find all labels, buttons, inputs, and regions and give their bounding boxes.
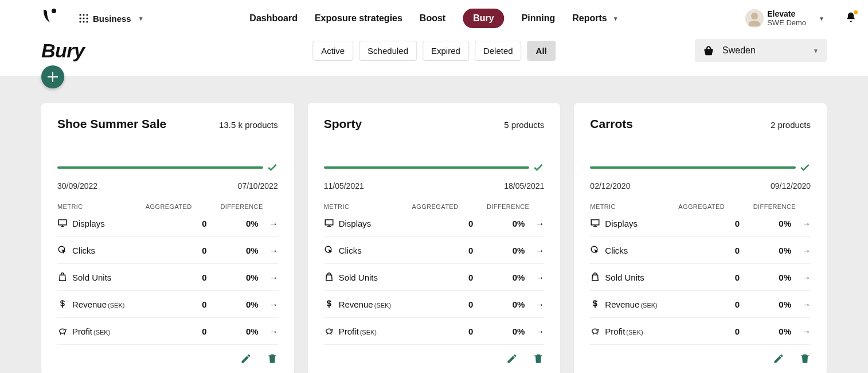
metric-row-sold: Sold Units 0 0% → [57,264,278,291]
workspace-label: Business [93,14,131,24]
piggy-icon [57,326,72,336]
metric-aggregated: 0 [677,300,740,309]
nav-bury[interactable]: Bury [463,9,504,28]
arrow-right-icon: → [791,327,811,336]
edit-button[interactable] [506,353,518,367]
plus-icon [48,72,58,82]
chevron-down-icon: ▼ [813,48,819,54]
arrow-right-icon: → [259,273,278,282]
monitor-icon [57,218,72,228]
nav-pinning[interactable]: Pinning [522,13,556,24]
workspace-switcher[interactable]: Business ▼ [79,14,144,24]
delete-button[interactable] [533,353,544,367]
click-icon [324,245,339,255]
avatar [745,9,764,28]
nav-boost[interactable]: Boost [420,13,445,24]
metric-label: Displays [72,219,105,228]
col-difference: DIFFERENCE [192,203,278,210]
metric-label: Sold Units [339,273,378,282]
edit-button[interactable] [240,353,252,367]
metric-label: Revenue [72,300,107,309]
metric-aggregated: 0 [144,300,207,309]
date-start: 02/12/2020 [590,181,630,191]
metric-difference: 0% [473,327,525,336]
metric-label: Sold Units [605,273,644,282]
date-start: 11/05/2021 [324,181,364,191]
nav-reports-label: Reports [572,13,607,24]
svg-point-0 [52,9,56,13]
check-icon [533,162,544,173]
delete-button[interactable] [799,353,811,367]
filter-scheduled[interactable]: Scheduled [359,41,417,61]
arrow-right-icon: → [259,246,278,255]
bag-icon [324,272,339,282]
metric-row-revenue: Revenue (SEK) 0 0% → [590,291,811,318]
pencil-icon [773,353,784,364]
metric-unit: (SEK) [374,302,391,309]
metric-aggregated: 0 [410,219,473,228]
delete-button[interactable] [267,353,278,367]
trash-icon [799,353,811,364]
arrow-right-icon: → [791,246,811,255]
page-title: Bury [41,40,84,62]
add-button[interactable] [41,65,64,88]
svg-point-13 [64,331,65,332]
metric-unit: (SEK) [93,329,110,336]
bag-icon [590,272,605,282]
card-title: Sporty [324,117,362,131]
user-sub: SWE Demo [767,19,806,28]
metric-difference: 0% [207,246,259,255]
metric-aggregated: 0 [144,219,207,228]
arrow-right-icon: → [525,246,544,255]
notifications-button[interactable] [845,11,857,25]
metric-aggregated: 0 [677,246,740,255]
edit-button[interactable] [773,353,784,367]
chevron-down-icon: ▼ [819,15,824,22]
metric-label: Displays [339,219,372,228]
nav-dashboard[interactable]: Dashboard [249,13,298,24]
col-metric: METRIC [324,203,396,210]
metric-label: Revenue [605,300,639,309]
click-icon [590,245,605,255]
main-nav: Dashboard Exposure strategies Boost Bury… [249,9,618,28]
metric-difference: 0% [740,219,791,228]
metric-row-clicks: Clicks 0 0% → [57,237,278,264]
metric-aggregated: 0 [410,273,473,282]
metric-row-profit: Profit (SEK) 0 0% → [57,318,278,345]
progress-bar [324,166,530,169]
date-end: 09/12/2020 [771,181,811,191]
sub-header: Bury Active Scheduled Expired Deleted Al… [0,37,868,76]
filter-all[interactable]: All [527,41,556,61]
card-product-count: 13.5 k products [219,120,278,130]
notification-dot [854,10,858,14]
metric-aggregated: 0 [677,273,740,282]
metric-aggregated: 0 [144,327,207,336]
svg-point-17 [596,331,597,332]
filter-active[interactable]: Active [312,41,353,61]
metric-label: Clicks [605,246,628,255]
col-metric: METRIC [590,203,662,210]
filter-deleted[interactable]: Deleted [475,41,522,61]
date-end: 18/05/2021 [504,181,544,191]
metric-row-displays: Displays 0 0% → [324,210,545,237]
top-bar: Business ▼ Dashboard Exposure strategies… [0,0,868,37]
svg-point-5 [83,17,84,19]
metric-unit: (SEK) [640,302,657,309]
filter-expired[interactable]: Expired [423,41,469,61]
metric-label: Clicks [339,246,362,255]
metric-difference: 0% [740,273,791,282]
user-menu[interactable]: Elevate SWE Demo ▼ [745,9,857,28]
nav-exposure-strategies[interactable]: Exposure strategies [315,13,402,24]
locale-selector[interactable]: Sweden ▼ [695,39,827,62]
nav-reports[interactable]: Reports ▼ [572,13,618,24]
chevron-down-icon: ▼ [613,15,619,22]
dollar-icon [324,299,339,309]
arrow-right-icon: → [259,219,278,228]
svg-point-15 [330,331,331,332]
svg-point-11 [751,13,758,20]
campaign-card: Carrots 2 products 02/12/2020 09/12/2020… [574,103,827,373]
metric-aggregated: 0 [410,327,473,336]
metric-row-clicks: Clicks 0 0% → [590,237,811,264]
metric-aggregated: 0 [144,273,207,282]
trash-icon [533,353,544,364]
